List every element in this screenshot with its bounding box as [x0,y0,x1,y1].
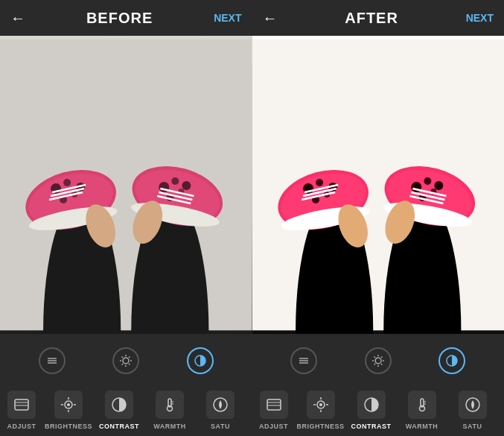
before-brightness-tool[interactable]: BRIGHTNESS [43,386,94,436]
before-panel: ← BEFORE NEXT [0,0,252,436]
after-header: ← AFTER NEXT [252,0,505,36]
after-adjust-label: ADJUST [259,423,288,430]
after-warmth-tool-icon [408,391,436,419]
before-image [0,36,252,334]
before-contrast-tool-icon [105,391,133,419]
before-adjust-tool-icon [7,391,36,419]
after-controls: ADJUST BRIGHTNESS [252,334,505,436]
after-next-button[interactable]: NEXT [466,12,494,24]
after-contrast-tool-icon [357,391,386,419]
before-warmth-tool[interactable]: WARMTH [144,386,195,436]
svg-point-73 [434,181,443,190]
before-tool-bar: ADJUST BRIGHTNESS [0,380,252,436]
before-contrast-label: CONTRAST [99,423,139,430]
before-warmth-label: WARMTH [153,423,186,430]
after-brightness-tool-icon [307,391,335,419]
svg-point-17 [171,177,179,185]
after-title: AFTER [278,10,466,27]
before-contrast-active-icon[interactable] [187,347,214,374]
after-photo-area [252,36,505,334]
after-warmth-tool[interactable]: WARMTH [397,386,447,436]
after-adjust-tool-icon [260,391,288,419]
svg-rect-0 [0,40,252,331]
svg-point-44 [67,403,70,406]
svg-point-18 [182,181,191,190]
after-filter-icons [252,341,505,380]
svg-point-61 [316,179,323,186]
before-photo-svg [0,36,252,334]
before-next-button[interactable]: NEXT [214,12,241,24]
after-saturation-tool[interactable]: SATU [447,386,498,436]
svg-line-36 [129,364,130,365]
before-filter-icons [0,341,252,380]
after-brightness-label: BRIGHTNESS [296,423,344,430]
svg-point-72 [424,177,431,185]
before-adjust-tool[interactable]: ADJUST [0,386,43,436]
svg-point-99 [319,403,322,406]
svg-line-90 [374,357,375,358]
after-warmth-label: WARMTH [406,423,438,430]
before-adjust-label: ADJUST [7,423,36,430]
after-adjust-icon[interactable] [290,347,317,374]
before-header: ← BEFORE NEXT [0,0,252,36]
before-brightness-icon[interactable] [112,347,139,374]
before-warmth-tool-icon [156,391,184,419]
svg-point-6 [63,179,71,186]
before-brightness-tool-icon [54,391,83,419]
after-panel: ← AFTER NEXT [252,0,505,436]
after-adjust-tool[interactable]: ADJUST [252,386,296,436]
svg-line-37 [129,357,130,358]
after-image [252,36,505,334]
before-saturation-tool[interactable]: SATU [195,386,246,436]
before-saturation-label: SATU [211,423,230,430]
svg-rect-95 [267,399,281,410]
after-saturation-tool-icon [459,391,487,419]
after-saturation-label: SATU [463,423,482,430]
before-contrast-tool[interactable]: CONTRAST [94,386,144,436]
before-brightness-label: BRIGHTNESS [45,423,92,430]
after-brightness-icon[interactable] [365,347,392,374]
before-title: BEFORE [25,10,214,27]
before-back-button[interactable]: ← [10,10,25,27]
svg-line-92 [381,357,383,358]
after-contrast-label: CONTRAST [351,423,392,430]
before-controls: ADJUST BRIGHTNESS [0,334,252,436]
before-saturation-tool-icon [206,391,235,419]
before-adjust-icon[interactable] [39,347,66,374]
svg-point-85 [375,358,381,364]
after-contrast-tool[interactable]: CONTRAST [346,386,397,436]
svg-rect-55 [252,40,505,331]
svg-line-38 [122,364,124,365]
after-contrast-active-icon[interactable] [438,347,465,374]
svg-point-30 [123,358,129,364]
after-back-button[interactable]: ← [263,10,278,27]
svg-line-93 [374,364,375,365]
after-photo-svg [252,36,505,334]
before-photo-area [0,36,252,334]
after-tool-bar: ADJUST BRIGHTNESS [252,380,505,436]
svg-line-91 [381,364,383,365]
svg-line-35 [122,357,124,358]
svg-rect-40 [15,399,28,410]
after-brightness-tool[interactable]: BRIGHTNESS [296,386,346,436]
